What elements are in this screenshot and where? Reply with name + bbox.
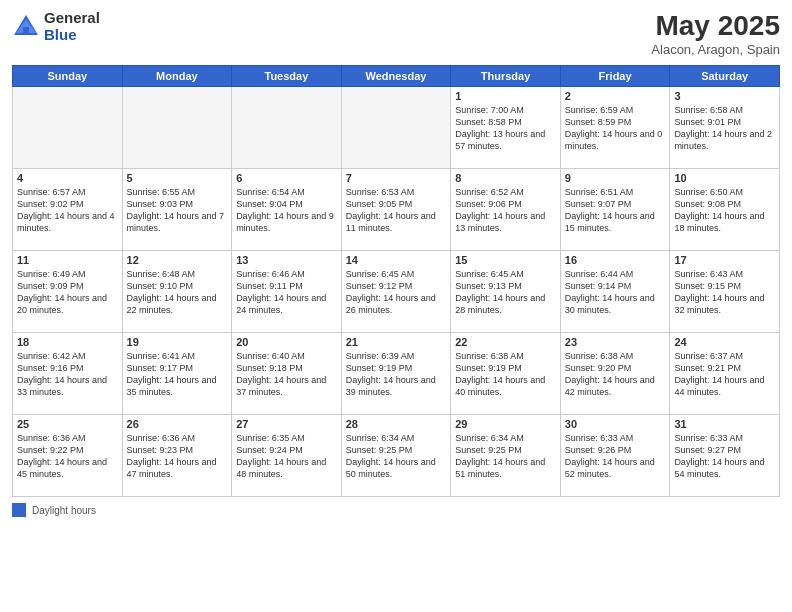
- calendar-cell-empty: [232, 87, 342, 169]
- logo: General Blue: [12, 10, 100, 43]
- day-number: 18: [17, 336, 118, 348]
- day-number: 8: [455, 172, 556, 184]
- cell-info: Sunrise: 6:44 AM Sunset: 9:14 PM Dayligh…: [565, 268, 666, 317]
- calendar-cell-20: 20Sunrise: 6:40 AM Sunset: 9:18 PM Dayli…: [232, 333, 342, 415]
- cell-info: Sunrise: 6:33 AM Sunset: 9:27 PM Dayligh…: [674, 432, 775, 481]
- calendar-cell-15: 15Sunrise: 6:45 AM Sunset: 9:13 PM Dayli…: [451, 251, 561, 333]
- calendar-cell-empty: [341, 87, 451, 169]
- calendar-cell-19: 19Sunrise: 6:41 AM Sunset: 9:17 PM Dayli…: [122, 333, 232, 415]
- day-number: 25: [17, 418, 118, 430]
- cell-info: Sunrise: 6:37 AM Sunset: 9:21 PM Dayligh…: [674, 350, 775, 399]
- calendar-cell-21: 21Sunrise: 6:39 AM Sunset: 9:19 PM Dayli…: [341, 333, 451, 415]
- day-number: 27: [236, 418, 337, 430]
- cell-info: Sunrise: 6:34 AM Sunset: 9:25 PM Dayligh…: [346, 432, 447, 481]
- calendar-cell-17: 17Sunrise: 6:43 AM Sunset: 9:15 PM Dayli…: [670, 251, 780, 333]
- calendar-header-sunday: Sunday: [13, 66, 123, 87]
- logo-blue: Blue: [44, 27, 100, 44]
- day-number: 17: [674, 254, 775, 266]
- cell-info: Sunrise: 6:46 AM Sunset: 9:11 PM Dayligh…: [236, 268, 337, 317]
- cell-info: Sunrise: 6:34 AM Sunset: 9:25 PM Dayligh…: [455, 432, 556, 481]
- calendar-cell-9: 9Sunrise: 6:51 AM Sunset: 9:07 PM Daylig…: [560, 169, 670, 251]
- cell-info: Sunrise: 6:42 AM Sunset: 9:16 PM Dayligh…: [17, 350, 118, 399]
- day-number: 29: [455, 418, 556, 430]
- day-number: 19: [127, 336, 228, 348]
- calendar-cell-1: 1Sunrise: 7:00 AM Sunset: 8:58 PM Daylig…: [451, 87, 561, 169]
- day-number: 26: [127, 418, 228, 430]
- legend: Daylight hours: [12, 503, 780, 517]
- day-number: 6: [236, 172, 337, 184]
- calendar-cell-24: 24Sunrise: 6:37 AM Sunset: 9:21 PM Dayli…: [670, 333, 780, 415]
- calendar-cell-3: 3Sunrise: 6:58 AM Sunset: 9:01 PM Daylig…: [670, 87, 780, 169]
- title-location: Alacon, Aragon, Spain: [651, 42, 780, 57]
- day-number: 16: [565, 254, 666, 266]
- day-number: 22: [455, 336, 556, 348]
- calendar-cell-16: 16Sunrise: 6:44 AM Sunset: 9:14 PM Dayli…: [560, 251, 670, 333]
- calendar-header-wednesday: Wednesday: [341, 66, 451, 87]
- calendar-cell-23: 23Sunrise: 6:38 AM Sunset: 9:20 PM Dayli…: [560, 333, 670, 415]
- title-block: May 2025 Alacon, Aragon, Spain: [651, 10, 780, 57]
- calendar-cell-29: 29Sunrise: 6:34 AM Sunset: 9:25 PM Dayli…: [451, 415, 561, 497]
- cell-info: Sunrise: 6:58 AM Sunset: 9:01 PM Dayligh…: [674, 104, 775, 153]
- day-number: 7: [346, 172, 447, 184]
- calendar-cell-empty: [122, 87, 232, 169]
- day-number: 3: [674, 90, 775, 102]
- calendar-cell-empty: [13, 87, 123, 169]
- day-number: 2: [565, 90, 666, 102]
- cell-info: Sunrise: 6:36 AM Sunset: 9:22 PM Dayligh…: [17, 432, 118, 481]
- calendar-cell-2: 2Sunrise: 6:59 AM Sunset: 8:59 PM Daylig…: [560, 87, 670, 169]
- day-number: 21: [346, 336, 447, 348]
- cell-info: Sunrise: 6:53 AM Sunset: 9:05 PM Dayligh…: [346, 186, 447, 235]
- cell-info: Sunrise: 6:40 AM Sunset: 9:18 PM Dayligh…: [236, 350, 337, 399]
- cell-info: Sunrise: 6:45 AM Sunset: 9:13 PM Dayligh…: [455, 268, 556, 317]
- day-number: 20: [236, 336, 337, 348]
- calendar-cell-11: 11Sunrise: 6:49 AM Sunset: 9:09 PM Dayli…: [13, 251, 123, 333]
- legend-label: Daylight hours: [32, 505, 96, 516]
- calendar-cell-4: 4Sunrise: 6:57 AM Sunset: 9:02 PM Daylig…: [13, 169, 123, 251]
- cell-info: Sunrise: 6:54 AM Sunset: 9:04 PM Dayligh…: [236, 186, 337, 235]
- header: General Blue May 2025 Alacon, Aragon, Sp…: [12, 10, 780, 57]
- calendar-week-2: 4Sunrise: 6:57 AM Sunset: 9:02 PM Daylig…: [13, 169, 780, 251]
- calendar-week-4: 18Sunrise: 6:42 AM Sunset: 9:16 PM Dayli…: [13, 333, 780, 415]
- calendar-cell-13: 13Sunrise: 6:46 AM Sunset: 9:11 PM Dayli…: [232, 251, 342, 333]
- cell-info: Sunrise: 7:00 AM Sunset: 8:58 PM Dayligh…: [455, 104, 556, 153]
- day-number: 31: [674, 418, 775, 430]
- day-number: 1: [455, 90, 556, 102]
- calendar-header-tuesday: Tuesday: [232, 66, 342, 87]
- cell-info: Sunrise: 6:35 AM Sunset: 9:24 PM Dayligh…: [236, 432, 337, 481]
- cell-info: Sunrise: 6:33 AM Sunset: 9:26 PM Dayligh…: [565, 432, 666, 481]
- cell-info: Sunrise: 6:57 AM Sunset: 9:02 PM Dayligh…: [17, 186, 118, 235]
- cell-info: Sunrise: 6:49 AM Sunset: 9:09 PM Dayligh…: [17, 268, 118, 317]
- calendar-cell-27: 27Sunrise: 6:35 AM Sunset: 9:24 PM Dayli…: [232, 415, 342, 497]
- cell-info: Sunrise: 6:55 AM Sunset: 9:03 PM Dayligh…: [127, 186, 228, 235]
- calendar-cell-30: 30Sunrise: 6:33 AM Sunset: 9:26 PM Dayli…: [560, 415, 670, 497]
- cell-info: Sunrise: 6:45 AM Sunset: 9:12 PM Dayligh…: [346, 268, 447, 317]
- calendar-cell-22: 22Sunrise: 6:38 AM Sunset: 9:19 PM Dayli…: [451, 333, 561, 415]
- calendar-header-row: SundayMondayTuesdayWednesdayThursdayFrid…: [13, 66, 780, 87]
- calendar-header-friday: Friday: [560, 66, 670, 87]
- logo-text: General Blue: [44, 10, 100, 43]
- day-number: 12: [127, 254, 228, 266]
- calendar-cell-10: 10Sunrise: 6:50 AM Sunset: 9:08 PM Dayli…: [670, 169, 780, 251]
- day-number: 14: [346, 254, 447, 266]
- day-number: 28: [346, 418, 447, 430]
- day-number: 9: [565, 172, 666, 184]
- legend-color-box: [12, 503, 26, 517]
- cell-info: Sunrise: 6:50 AM Sunset: 9:08 PM Dayligh…: [674, 186, 775, 235]
- calendar-cell-28: 28Sunrise: 6:34 AM Sunset: 9:25 PM Dayli…: [341, 415, 451, 497]
- day-number: 24: [674, 336, 775, 348]
- calendar-cell-6: 6Sunrise: 6:54 AM Sunset: 9:04 PM Daylig…: [232, 169, 342, 251]
- calendar-week-1: 1Sunrise: 7:00 AM Sunset: 8:58 PM Daylig…: [13, 87, 780, 169]
- day-number: 23: [565, 336, 666, 348]
- calendar-cell-14: 14Sunrise: 6:45 AM Sunset: 9:12 PM Dayli…: [341, 251, 451, 333]
- calendar-cell-7: 7Sunrise: 6:53 AM Sunset: 9:05 PM Daylig…: [341, 169, 451, 251]
- calendar-week-3: 11Sunrise: 6:49 AM Sunset: 9:09 PM Dayli…: [13, 251, 780, 333]
- calendar-header-monday: Monday: [122, 66, 232, 87]
- cell-info: Sunrise: 6:38 AM Sunset: 9:20 PM Dayligh…: [565, 350, 666, 399]
- page: General Blue May 2025 Alacon, Aragon, Sp…: [0, 0, 792, 612]
- calendar-table: SundayMondayTuesdayWednesdayThursdayFrid…: [12, 65, 780, 497]
- logo-icon: [12, 13, 40, 41]
- cell-info: Sunrise: 6:39 AM Sunset: 9:19 PM Dayligh…: [346, 350, 447, 399]
- cell-info: Sunrise: 6:36 AM Sunset: 9:23 PM Dayligh…: [127, 432, 228, 481]
- cell-info: Sunrise: 6:43 AM Sunset: 9:15 PM Dayligh…: [674, 268, 775, 317]
- day-number: 5: [127, 172, 228, 184]
